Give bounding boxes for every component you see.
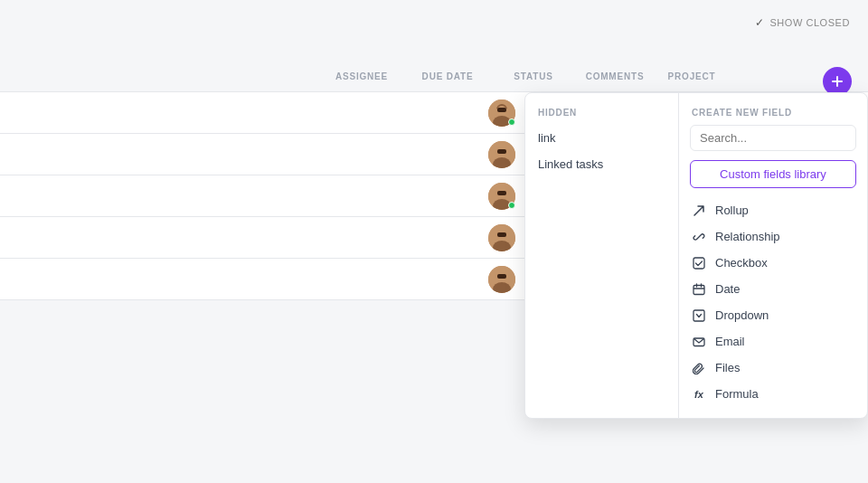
field-type-label: Checkbox xyxy=(715,256,768,270)
dropdown-icon xyxy=(692,309,706,322)
svg-rect-22 xyxy=(693,258,704,269)
field-type-checkbox[interactable]: Checkbox xyxy=(679,250,867,276)
svg-rect-16 xyxy=(497,232,506,237)
hidden-section-title: HIDDEN xyxy=(525,104,678,125)
show-closed-label: SHOW CLOSED xyxy=(769,17,850,28)
avatar-svg xyxy=(488,266,515,293)
field-type-email[interactable]: Email xyxy=(679,328,867,355)
field-type-date[interactable]: Date xyxy=(679,276,867,302)
svg-rect-8 xyxy=(497,149,506,154)
avatar-svg xyxy=(488,141,515,168)
avatar xyxy=(488,224,515,251)
avatar-wrapper xyxy=(488,224,515,251)
field-type-label: Relationship xyxy=(715,230,780,243)
col-header-comments: COMMENTS xyxy=(574,71,656,81)
search-wrap xyxy=(679,125,867,160)
field-type-relationship[interactable]: Relationship xyxy=(679,223,867,250)
avatar-wrapper xyxy=(488,183,515,210)
field-type-label: Date xyxy=(715,282,740,296)
checkbox-icon xyxy=(692,257,706,270)
field-type-rollup[interactable]: Rollup xyxy=(679,197,867,223)
avatar xyxy=(488,266,515,293)
col-header-due-date: DUE DATE xyxy=(402,71,493,81)
avatar-wrapper xyxy=(488,266,515,293)
hidden-item-linked-tasks[interactable]: Linked tasks xyxy=(525,151,678,177)
files-icon xyxy=(692,362,706,374)
col-header-status: STATUS xyxy=(493,71,574,81)
field-type-label: Rollup xyxy=(715,204,749,217)
date-icon xyxy=(692,283,706,296)
email-icon xyxy=(692,336,706,348)
field-type-label: Formula xyxy=(715,387,759,401)
field-type-dropdown[interactable]: Dropdown xyxy=(679,302,867,328)
custom-fields-library-button[interactable]: Custom fields library xyxy=(690,160,856,188)
top-bar: ✓ SHOW CLOSED xyxy=(0,0,868,45)
column-headers: ASSIGNEE DUE DATE STATUS COMMENTS PROJEC… xyxy=(0,62,868,92)
field-type-files[interactable]: Files xyxy=(679,355,867,381)
hidden-fields-panel: HIDDEN link Linked tasks xyxy=(525,93,679,418)
svg-rect-20 xyxy=(497,274,506,279)
create-section-title: CREATE NEW FIELD xyxy=(679,104,867,125)
status-dot xyxy=(508,118,515,126)
avatar-wrapper xyxy=(488,141,515,168)
field-picker-dropdown: HIDDEN link Linked tasks CREATE NEW FIEL… xyxy=(524,92,868,419)
col-header-assignee: ASSIGNEE xyxy=(321,71,402,81)
check-icon: ✓ xyxy=(755,16,765,29)
plus-icon xyxy=(830,74,844,89)
avatar-svg xyxy=(488,224,515,251)
create-field-panel: CREATE NEW FIELD Custom fields library R… xyxy=(679,93,867,418)
field-type-label: Dropdown xyxy=(715,308,769,322)
avatar xyxy=(488,141,515,168)
field-type-label: Files xyxy=(715,361,740,374)
rollup-icon xyxy=(692,204,706,217)
formula-icon: fx xyxy=(692,389,706,400)
svg-rect-12 xyxy=(497,191,506,195)
status-dot xyxy=(508,202,515,209)
svg-rect-23 xyxy=(693,285,704,294)
svg-rect-5 xyxy=(497,108,506,112)
col-header-project: PROJECT xyxy=(656,71,728,81)
field-type-formula[interactable]: fx Formula xyxy=(679,381,867,407)
relationship-icon xyxy=(692,231,706,243)
avatar-wrapper xyxy=(488,99,515,127)
hidden-item-link[interactable]: link xyxy=(525,125,678,151)
field-type-label: Email xyxy=(715,335,745,348)
svg-rect-24 xyxy=(693,310,704,321)
search-input[interactable] xyxy=(690,125,856,151)
show-closed-toggle[interactable]: ✓ SHOW CLOSED xyxy=(755,16,850,29)
